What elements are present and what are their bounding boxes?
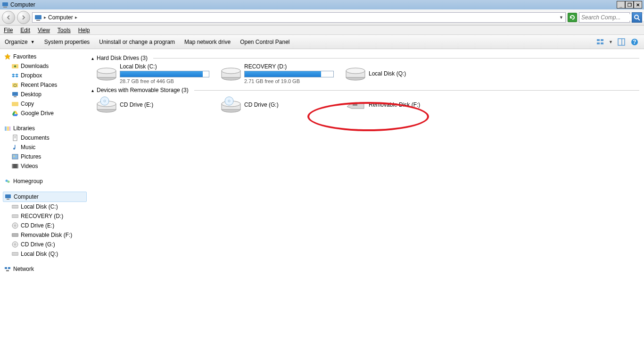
svg-rect-53 xyxy=(5,267,7,269)
svg-rect-45 xyxy=(12,205,18,208)
minimize-button[interactable]: _ xyxy=(617,1,625,8)
svg-point-4 xyxy=(635,15,638,19)
tree-item-music[interactable]: Music xyxy=(3,143,87,152)
folder-download-icon xyxy=(11,62,19,70)
address-dropdown-icon[interactable]: ▼ xyxy=(559,15,563,20)
tree-network[interactable]: Network xyxy=(3,264,87,274)
tree-item-dropbox[interactable]: Dropbox xyxy=(3,71,87,80)
cmd-system-properties[interactable]: System properties xyxy=(44,39,90,45)
menu-view[interactable]: View xyxy=(38,27,50,34)
svg-point-64 xyxy=(346,68,365,74)
breadcrumb-location[interactable]: Computer xyxy=(48,14,73,21)
drive-tile-cd-g[interactable]: CD Drive (G:) xyxy=(221,95,334,114)
tree-label: Homegroup xyxy=(13,178,43,185)
drive-icon xyxy=(11,203,19,210)
svg-marker-17 xyxy=(15,74,18,76)
maximize-button[interactable]: ❐ xyxy=(625,1,634,8)
tree-item-local-disk-c[interactable]: Local Disk (C:) xyxy=(3,202,87,211)
svg-rect-8 xyxy=(597,42,600,44)
refresh-button[interactable] xyxy=(568,13,577,22)
menu-edit[interactable]: Edit xyxy=(20,27,30,34)
drive-tile-local-c[interactable]: Local Disk (C:) 28.7 GB free of 446 GB xyxy=(96,63,209,84)
tree-item-removable-f[interactable]: Removable Disk (F:) xyxy=(3,230,87,240)
close-button[interactable]: ✕ xyxy=(634,1,642,8)
svg-rect-43 xyxy=(5,194,11,198)
preview-pane-button[interactable] xyxy=(617,37,626,47)
cmd-open-control-panel[interactable]: Open Control Panel xyxy=(240,39,289,45)
tree-item-pictures[interactable]: Pictures xyxy=(3,152,87,161)
drive-tile-local-q[interactable]: Local Disk (Q:) xyxy=(345,63,458,84)
navigation-bar: ▸ Computer ▸ ▼ xyxy=(0,9,644,25)
tree-homegroup[interactable]: Homegroup xyxy=(3,176,87,186)
svg-point-42 xyxy=(8,181,10,183)
tree-item-recent-places[interactable]: Recent Places xyxy=(3,80,87,90)
divider xyxy=(153,58,639,59)
cd-icon xyxy=(11,241,19,248)
content-pane: ▴ Hard Disk Drives (3) Local Disk (C:) 2… xyxy=(87,49,644,353)
back-button[interactable] xyxy=(2,11,15,24)
tree-item-google-drive[interactable]: Google Drive xyxy=(3,109,87,118)
svg-rect-6 xyxy=(597,39,600,41)
tree-item-cd-drive-e[interactable]: CD Drive (E:) xyxy=(3,221,87,230)
menu-help[interactable]: Help xyxy=(78,27,90,34)
drive-icon xyxy=(11,212,19,220)
hard-drive-icon xyxy=(221,64,241,83)
removable-icon xyxy=(11,231,19,239)
svg-rect-30 xyxy=(9,126,10,131)
tree-libraries[interactable]: Libraries xyxy=(3,124,87,133)
address-bar[interactable]: ▸ Computer ▸ ▼ xyxy=(32,12,566,23)
svg-point-37 xyxy=(14,156,15,157)
drive-tile-recovery-d[interactable]: RECOVERY (D:) 2.71 GB free of 19.0 GB xyxy=(221,63,334,84)
drive-tile-cd-e[interactable]: CD Drive (E:) xyxy=(96,95,209,114)
svg-point-74 xyxy=(228,100,230,102)
tree-item-documents[interactable]: Documents xyxy=(3,133,87,143)
cmd-uninstall-program[interactable]: Uninstall or change a program xyxy=(99,39,175,45)
tree-item-downloads[interactable]: Downloads xyxy=(3,61,87,71)
tree-favorites[interactable]: Favorites xyxy=(3,52,87,61)
svg-rect-54 xyxy=(8,267,10,269)
navigation-pane: Favorites Downloads Dropbox Recent Place… xyxy=(0,49,87,353)
svg-rect-24 xyxy=(12,102,18,106)
chevron-down-icon[interactable]: ▼ xyxy=(609,40,613,44)
tree-label: Computer xyxy=(14,193,39,200)
breadcrumb-sep-icon: ▸ xyxy=(44,15,46,20)
titlebar: Computer _ ❐ ✕ xyxy=(0,0,644,9)
tree-label: Network xyxy=(13,266,34,272)
menu-tools[interactable]: Tools xyxy=(58,27,71,34)
menu-file[interactable]: File xyxy=(4,27,13,34)
recent-icon xyxy=(11,81,19,89)
section-removable-storage[interactable]: ▴ Devices with Removable Storage (3) xyxy=(91,87,639,93)
search-button[interactable] xyxy=(632,12,642,23)
svg-rect-28 xyxy=(5,126,7,131)
svg-point-69 xyxy=(104,100,106,102)
homegroup-icon xyxy=(4,177,11,185)
capacity-fill xyxy=(120,71,203,77)
tree-item-local-disk-q[interactable]: Local Disk (Q:) xyxy=(3,249,87,259)
pictures-icon xyxy=(11,153,19,160)
svg-rect-35 xyxy=(15,145,16,149)
tree-item-copy[interactable]: Copy xyxy=(3,99,87,109)
help-button[interactable]: ? xyxy=(630,37,639,47)
tree-item-cd-drive-g[interactable]: CD Drive (G:) xyxy=(3,240,87,249)
svg-rect-76 xyxy=(353,104,357,106)
forward-button[interactable] xyxy=(17,11,30,24)
organize-button[interactable]: Organize▼ xyxy=(5,39,35,45)
tree-computer[interactable]: Computer xyxy=(3,192,87,202)
section-hard-disk-drives[interactable]: ▴ Hard Disk Drives (3) xyxy=(91,55,639,61)
svg-point-48 xyxy=(15,225,16,227)
svg-rect-23 xyxy=(14,96,17,97)
svg-rect-49 xyxy=(12,234,18,236)
search-box[interactable] xyxy=(579,12,630,23)
videos-icon xyxy=(11,162,19,170)
svg-rect-36 xyxy=(12,154,18,159)
drive-tile-removable-f[interactable]: Removable Disk (F:) xyxy=(345,95,458,114)
cmd-map-network-drive[interactable]: Map network drive xyxy=(184,39,231,45)
tree-item-desktop[interactable]: Desktop xyxy=(3,90,87,99)
view-options-button[interactable] xyxy=(595,37,605,47)
tree-item-recovery-d[interactable]: RECOVERY (D:) xyxy=(3,211,87,221)
google-drive-icon xyxy=(11,109,19,117)
tree-item-videos[interactable]: Videos xyxy=(3,161,87,171)
cd-drive-icon xyxy=(221,95,241,114)
svg-marker-16 xyxy=(12,74,15,76)
svg-rect-10 xyxy=(618,39,625,45)
